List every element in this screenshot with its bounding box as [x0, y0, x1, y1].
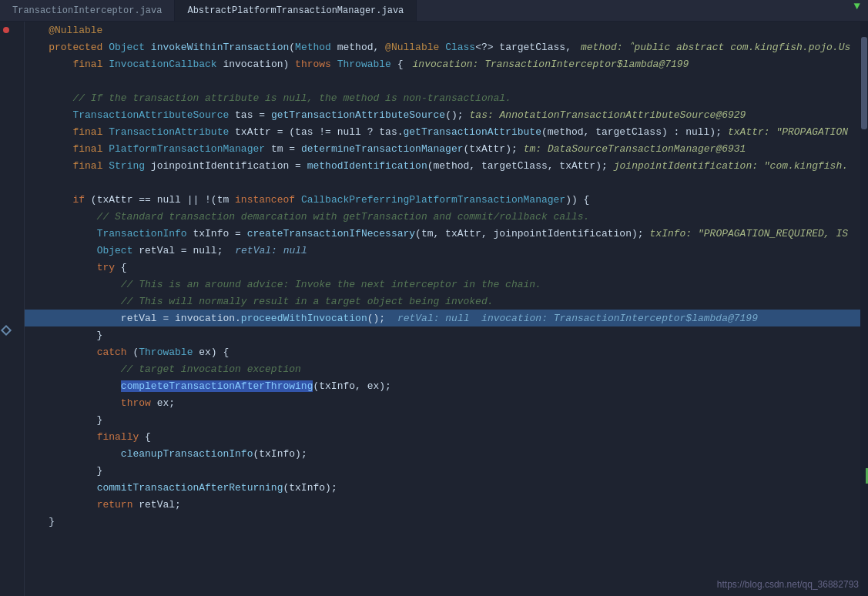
- debug-diamond: [1, 325, 12, 336]
- code-line: }: [25, 462, 868, 479]
- code-line: return retVal;: [25, 496, 868, 513]
- code-line: // Standard transaction demarcation with…: [25, 208, 868, 225]
- tab-bar: TransactionInterceptor.java AbstractPlat…: [0, 0, 868, 22]
- code-line: }: [25, 326, 868, 343]
- code-lines: @Nullable protected Object invokeWithinT…: [25, 22, 868, 530]
- code-line: TransactionAttributeSource tas = getTran…: [25, 106, 868, 123]
- scrollbar-vertical[interactable]: [860, 22, 868, 596]
- code-line: cleanupTransactionInfo (txInfo);: [25, 445, 868, 462]
- tab-abstract-platform[interactable]: AbstractPlatformTransactionManager.java: [175, 0, 417, 21]
- code-line: // If the transaction attribute is null,…: [25, 89, 868, 106]
- code-area: @Nullable protected Object invokeWithinT…: [0, 22, 868, 596]
- code-line: final String joinpointIdentification = m…: [25, 157, 868, 174]
- code-line: commitTransactionAfterReturning (txInfo)…: [25, 479, 868, 496]
- code-line: // target invocation exception: [25, 360, 868, 377]
- code-line: throw ex;: [25, 394, 868, 411]
- code-line: [25, 174, 868, 191]
- code-line: }: [25, 411, 868, 428]
- code-line: TransactionInfo txInfo = createTransacti…: [25, 225, 868, 242]
- editor-container: TransactionInterceptor.java AbstractPlat…: [0, 0, 868, 596]
- breakpoint-marker-1[interactable]: [3, 27, 9, 33]
- watermark: https://blog.csdn.net/qq_36882793: [717, 579, 859, 590]
- code-line: if (txAttr == null || !(tm instanceof Ca…: [25, 191, 868, 208]
- code-line: @Nullable: [25, 22, 868, 39]
- code-line: [25, 72, 868, 89]
- scroll-indicator: ▼: [854, 0, 860, 12]
- code-line: // This will normally result in a target…: [25, 293, 868, 310]
- tab-transaction-interceptor[interactable]: TransactionInterceptor.java: [0, 0, 175, 21]
- scrollbar-thumb[interactable]: [861, 37, 867, 129]
- proceed-line: retVal = invocation. proceedWithInvocati…: [25, 310, 868, 326]
- code-line: catch ( Throwable ex) {: [25, 343, 868, 360]
- complete-transaction-line: completeTransactionAfterThrowing (txInfo…: [25, 377, 868, 394]
- gutter: [0, 22, 25, 596]
- code-line: }: [25, 513, 868, 530]
- code-line: finally {: [25, 428, 868, 445]
- code-line: protected Object invokeWithinTransaction…: [25, 39, 868, 55]
- code-line: final PlatformTransactionManager tm = de…: [25, 140, 868, 157]
- code-line: final InvocationCallback invocation) thr…: [25, 55, 868, 72]
- code-line: Object retVal = null; retVal: null: [25, 242, 868, 259]
- code-line: final TransactionAttribute txAttr = (tas…: [25, 123, 868, 140]
- code-line: try {: [25, 259, 868, 276]
- code-line: // This is an around advice: Invoke the …: [25, 276, 868, 293]
- code-content: @Nullable protected Object invokeWithinT…: [25, 22, 868, 596]
